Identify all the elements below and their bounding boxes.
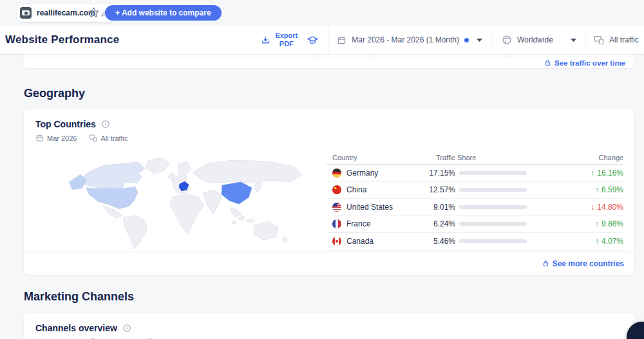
traffic-share-value: 6.24% xyxy=(417,219,455,228)
learning-cap-icon[interactable] xyxy=(304,26,328,54)
traffic-share-value: 12.57% xyxy=(417,185,455,194)
traffic-share-value: 5.46% xyxy=(417,237,455,246)
china-flag-icon xyxy=(332,185,341,194)
export-label: Export xyxy=(275,32,298,39)
info-icon[interactable] xyxy=(101,120,110,129)
column-header-change: Change xyxy=(598,154,623,161)
change-value: ↑4.07% xyxy=(595,237,623,246)
export-pdf-button[interactable]: Export PDF xyxy=(253,26,304,54)
devices-icon xyxy=(89,134,97,142)
change-value: ↓14.80% xyxy=(591,203,623,212)
traffic-share-bar xyxy=(459,239,527,243)
top-countries-table: Country Traffic Share Change Germany 17.… xyxy=(327,151,634,252)
table-header-row: Country Traffic Share Change xyxy=(327,151,623,165)
column-header-country: Country xyxy=(327,154,417,161)
country-name: China xyxy=(346,185,366,194)
germany-flag-icon xyxy=(332,169,341,178)
chevron-down-icon xyxy=(477,39,482,42)
lock-icon xyxy=(544,59,551,67)
traffic-share-value: 9.01% xyxy=(417,203,455,212)
canada-flag-icon xyxy=(332,237,341,246)
channels-overview-card: Channels overview Mar 2026 Worldwide xyxy=(24,313,634,339)
column-header-traffic-share: Traffic Share xyxy=(417,154,476,161)
traffic-share-bar xyxy=(459,188,527,192)
table-row-united-states[interactable]: United States 9.01% ↓14.80% xyxy=(327,199,623,216)
marketing-channels-section-title: Marketing Channels xyxy=(24,290,134,304)
country-name: Canada xyxy=(346,237,374,246)
table-row-germany[interactable]: Germany 17.15% ↑16.16% xyxy=(327,165,623,182)
traffic-share-bar xyxy=(459,205,527,209)
info-icon[interactable] xyxy=(122,324,131,333)
country-name: France xyxy=(346,219,370,228)
card-traffic-filter: All traffic xyxy=(100,134,128,142)
traffic-type-value: All traffic xyxy=(609,35,639,44)
region-selector[interactable]: Worldwide xyxy=(493,26,585,54)
table-row-canada[interactable]: Canada 5.46% ↑4.07% xyxy=(327,233,623,250)
table-row-china[interactable]: China 12.57% ↑6.59% xyxy=(327,182,623,199)
date-range-selector[interactable]: Mar 2026 - Mar 2026 (1 Month) xyxy=(328,26,493,54)
geography-section-title: Geography xyxy=(24,87,85,100)
country-name: United States xyxy=(346,203,393,212)
traffic-share-bar xyxy=(459,171,527,175)
chevron-down-icon xyxy=(571,39,576,42)
card-date-filter: Mar 2026 xyxy=(47,134,77,142)
calendar-icon xyxy=(35,134,44,142)
date-filter-dot xyxy=(464,38,469,42)
top-countries-card: Top Countries Mar 2026 All traffic xyxy=(24,109,634,275)
website-favicon xyxy=(20,7,32,19)
website-selector[interactable]: reallifecam.com xyxy=(17,4,115,22)
region-value: Worldwide xyxy=(517,35,553,44)
cut-table-edge xyxy=(24,54,634,57)
change-value: ↑16.16% xyxy=(591,169,623,178)
country-name: Germany xyxy=(346,169,378,178)
top-countries-title: Top Countries xyxy=(35,119,96,129)
website-name: reallifecam.com xyxy=(37,8,95,17)
add-website-to-compare-button[interactable]: + Add website to compare xyxy=(105,5,222,21)
see-more-countries-link[interactable]: See more countries xyxy=(542,259,624,268)
traffic-type-selector[interactable]: All traffic xyxy=(585,26,644,54)
top-bar: reallifecam.com + Add website to compare xyxy=(0,0,644,26)
change-value: ↑9.86% xyxy=(595,219,623,228)
traffic-share-bar xyxy=(459,222,527,226)
calendar-icon xyxy=(337,35,346,45)
date-range-value: Mar 2026 - Mar 2026 (1 Month) xyxy=(352,35,459,44)
globe-icon xyxy=(502,35,512,45)
traffic-share-value: 17.15% xyxy=(417,169,455,178)
devices-icon xyxy=(594,35,604,45)
page-title: Website Performance xyxy=(5,33,119,46)
lock-icon xyxy=(542,259,549,268)
see-traffic-over-time-link[interactable]: See traffic over time xyxy=(544,59,625,67)
favorite-star-icon[interactable] xyxy=(88,6,100,19)
change-value: ↑6.59% xyxy=(595,185,623,194)
page-header: Website Performance Export PDF xyxy=(0,26,644,54)
traffic-overview-card-bottom: See traffic over time xyxy=(24,54,634,68)
world-map xyxy=(24,151,327,252)
channels-overview-title: Channels overview xyxy=(35,323,117,333)
download-icon xyxy=(261,35,270,45)
france-flag-icon xyxy=(332,219,341,228)
table-row-france[interactable]: France 6.24% ↑9.86% xyxy=(327,216,623,234)
united-states-flag-icon xyxy=(332,203,341,212)
